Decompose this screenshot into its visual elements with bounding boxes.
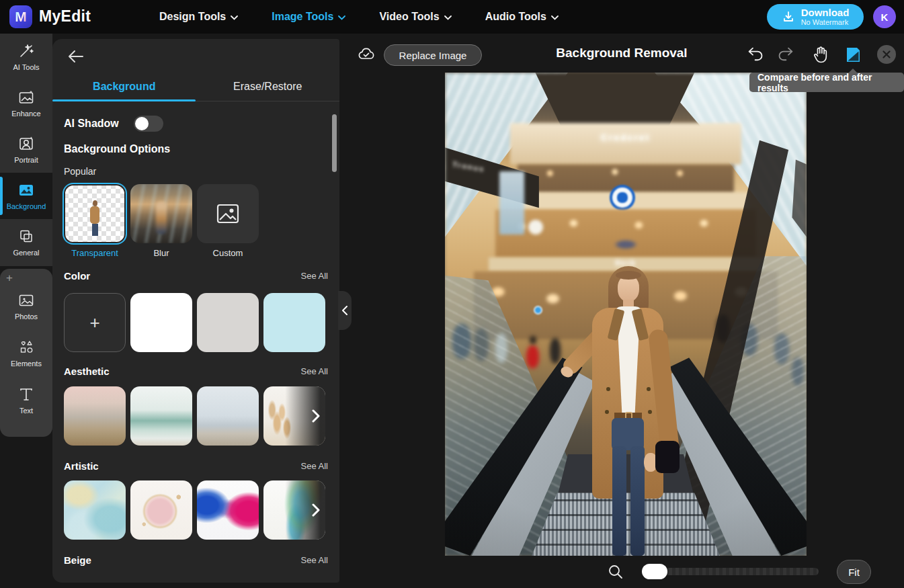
panel-collapse-handle[interactable]: [338, 291, 352, 330]
aesthetic-thumb-dried-flowers[interactable]: [263, 386, 325, 446]
user-avatar[interactable]: K: [873, 5, 896, 28]
compare-tooltip: Compare before and after results: [749, 73, 904, 92]
bg-option-blur[interactable]: [130, 184, 192, 243]
artistic-thumb-ink-clouds[interactable]: [197, 480, 259, 540]
sidebar-item-enhance[interactable]: Enhance: [0, 80, 52, 126]
chevron-down-icon: [338, 15, 345, 20]
undo-button[interactable]: [745, 43, 768, 66]
menu-video-tools[interactable]: Video Tools: [379, 11, 451, 23]
zoom-magnifier-icon[interactable]: [608, 564, 624, 580]
arrow-left-icon: [68, 50, 84, 63]
color-swatches: +: [64, 293, 325, 352]
sidebar-item-ai-tools[interactable]: AI Tools: [0, 34, 52, 80]
text-icon: [17, 386, 35, 403]
background-icon: [17, 181, 35, 199]
panel-tabs: Background Erase/Restore: [52, 75, 339, 102]
bg-option-transparent[interactable]: [64, 184, 126, 243]
canvas-image[interactable]: Crodcret Herb Tronus: [445, 73, 807, 556]
tool-rail: AI Tools Enhance Portrait Background Gen…: [0, 34, 52, 266]
artistic-see-all[interactable]: See All: [301, 461, 328, 471]
redo-icon: [776, 46, 795, 62]
artistic-thumb-smoke[interactable]: [263, 480, 325, 540]
aesthetic-thumb-teal-sea[interactable]: [130, 386, 192, 446]
active-tab-underline: [52, 99, 196, 101]
cutout-person-thumb: [88, 200, 101, 238]
aesthetic-thumb-beach-sunset[interactable]: [64, 386, 126, 446]
beige-title: Beige: [64, 554, 91, 566]
add-color-swatch[interactable]: +: [64, 293, 126, 352]
zoom-slider-track[interactable]: [655, 568, 819, 575]
aesthetic-section-header: Aesthetic See All: [64, 366, 328, 377]
chevron-left-icon: [342, 306, 347, 315]
close-editor-button[interactable]: [877, 45, 896, 64]
photos-icon: [17, 292, 35, 309]
redo-button[interactable]: [774, 43, 797, 66]
menu-design-tools[interactable]: Design Tools: [159, 11, 238, 23]
artistic-thumb-watercolor[interactable]: [64, 480, 126, 540]
chevron-right-icon[interactable]: [312, 503, 320, 517]
close-icon: [882, 50, 891, 58]
compare-button[interactable]: [841, 43, 864, 66]
aesthetic-see-all[interactable]: See All: [301, 366, 328, 376]
main-menu: Design Tools Image Tools Video Tools Aud…: [159, 0, 559, 34]
beige-see-all[interactable]: See All: [301, 555, 328, 565]
color-see-all[interactable]: See All: [301, 271, 328, 281]
ai-shadow-label: AI Shadow: [64, 118, 119, 130]
beige-section-header: Beige See All: [64, 554, 328, 566]
replace-image-button[interactable]: Replace Image: [384, 44, 482, 66]
sidebar-item-photos[interactable]: Photos: [0, 282, 52, 329]
portrait-icon: [17, 135, 35, 153]
tab-erase-restore[interactable]: Erase/Restore: [196, 75, 340, 102]
color-swatch-white[interactable]: [130, 293, 192, 352]
sidebar-item-elements[interactable]: Elements: [0, 329, 52, 376]
color-swatch-lightblue[interactable]: [263, 293, 325, 352]
artistic-thumbs: [64, 480, 325, 540]
sidebar-item-background[interactable]: Background: [0, 173, 52, 219]
fit-button[interactable]: Fit: [837, 560, 871, 584]
background-panel: Background Erase/Restore AI Shadow Backg…: [52, 39, 339, 583]
hand-icon: [813, 46, 829, 63]
tab-background[interactable]: Background: [52, 75, 196, 102]
download-icon: [782, 10, 795, 24]
back-button[interactable]: [66, 46, 86, 67]
color-title: Color: [64, 270, 90, 282]
plus-icon: +: [89, 312, 99, 333]
layers-icon: [17, 228, 35, 245]
top-nav: M MyEdit Design Tools Image Tools Video …: [0, 0, 904, 34]
sidebar-item-general[interactable]: General: [0, 219, 52, 265]
enhance-image-icon: [17, 89, 35, 106]
ai-shadow-row: AI Shadow: [64, 116, 163, 132]
download-sublabel: No Watermark: [801, 18, 850, 26]
zoom-slider-handle[interactable]: [642, 564, 667, 579]
myedit-logo[interactable]: M: [9, 5, 32, 28]
options-heading: Background Options: [64, 143, 170, 155]
menu-audio-tools[interactable]: Audio Tools: [485, 11, 559, 23]
magic-wand-icon: [17, 42, 35, 60]
ai-shadow-toggle[interactable]: [134, 116, 163, 132]
image-icon: [216, 204, 239, 224]
shapes-icon: [17, 339, 35, 356]
color-section-header: Color See All: [64, 270, 328, 282]
sidebar-item-portrait[interactable]: Portrait: [0, 126, 52, 173]
artistic-title: Artistic: [64, 460, 99, 472]
bg-option-custom[interactable]: [197, 184, 259, 243]
download-button[interactable]: Download No Watermark: [767, 4, 864, 30]
panel-scrollbar-thumb[interactable]: [332, 114, 337, 172]
sidebar-item-text[interactable]: Text: [0, 376, 52, 423]
popular-tiles: [64, 184, 259, 243]
aesthetic-title: Aesthetic: [64, 366, 110, 377]
artistic-thumb-pink-blot[interactable]: [130, 480, 192, 540]
popular-label: Popular: [64, 166, 96, 177]
download-label: Download: [801, 7, 850, 19]
menu-image-tools[interactable]: Image Tools: [272, 11, 345, 23]
label-custom: Custom: [197, 248, 259, 258]
aesthetic-thumbs: [64, 386, 325, 446]
media-rail: + Photos Elements Text: [0, 269, 52, 437]
aesthetic-thumb-pale-shore[interactable]: [197, 386, 259, 446]
chevron-down-icon: [231, 15, 238, 20]
cloud-saved-icon[interactable]: [357, 45, 376, 64]
pan-hand-button[interactable]: [809, 43, 832, 66]
color-swatch-gray[interactable]: [197, 293, 259, 352]
chevron-right-icon[interactable]: [312, 409, 320, 423]
label-transparent: Transparent: [64, 248, 126, 258]
